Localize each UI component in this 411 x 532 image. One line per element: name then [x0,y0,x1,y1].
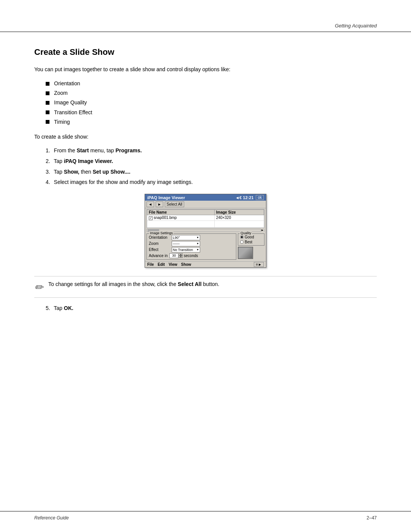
quality-panel: Quality Good Best [238,233,264,246]
ipaq-window: iPAQ Image Viewer ◄€ 12:21 ok ◄ ► Select… [145,194,266,268]
page-container: Getting Acquainted Create a Slide Show Y… [0,0,411,532]
ipaq-toolbar: ◄ ► Select All [145,201,266,208]
titlebar-right: ◄€ 12:21 ok [235,195,264,200]
zoom-dropdown-icon: ▼ [196,242,199,245]
step-5-list: 5. Tap OK. [46,304,377,313]
image-settings-left: Image Settings Orientation L90° ▼ Zoom [147,233,236,260]
table-row-empty [147,220,264,227]
advance-value: 30 [172,254,176,257]
orientation-value: L90° [173,236,180,240]
zoom-row: Zoom —— ▼ [149,241,234,246]
settings-label: Image Settings [149,231,174,235]
menu-view[interactable]: View [169,262,177,267]
row-filesize: 240×320 [214,215,264,221]
bullet-list: Orientation Zoom Image Quality Transitio… [46,79,377,127]
bullet-text: Timing [54,117,70,127]
section-title: Create a Slide Show [34,47,377,57]
bullet-icon [46,82,49,86]
footer-right: 2–47 [366,515,377,521]
list-item: Image Quality [46,98,377,107]
quality-best-radio[interactable] [240,240,244,244]
ipaq-ok-button[interactable]: ok [256,195,264,200]
zoom-select[interactable]: —— ▼ [172,241,200,246]
quality-best-label: Best [245,240,252,244]
orientation-row: Orientation L90° ▼ [149,235,234,240]
step-5: 5. Tap OK. [46,304,377,313]
advance-label: Advance in [149,254,167,258]
menu-edit[interactable]: Edit [158,262,165,267]
page-header: Getting Acquainted [0,0,411,32]
page-footer: Reference Guide 2–47 [0,511,411,532]
orientation-dropdown-icon: ▼ [196,236,199,239]
quality-label: Quality [240,231,252,235]
effect-value: No Transition [173,248,193,252]
ipaq-title: iPAQ Image Viewer [147,195,185,200]
note-icon: ✏ [34,281,43,294]
thumbnail-inner [239,248,252,258]
bullet-icon [46,91,49,95]
row-check-filename: ✓ snap001.bmp [147,215,215,221]
quality-good-radio[interactable] [240,235,244,239]
note-text-before: To change settings for all images in the… [48,281,178,287]
select-all-button[interactable]: Select All [165,201,184,207]
toolbar-forward-btn[interactable]: ► [156,201,163,207]
menu-show[interactable]: Show [181,262,191,267]
row-checkbox[interactable]: ✓ [149,216,153,220]
quality-good-row: Good [240,235,262,239]
file-table: File Name Image Size ✓ snap001.bmp 240×3… [147,209,264,228]
file-table-area: File Name Image Size ✓ snap001.bmp 240×3… [147,209,264,228]
scrollbar-right-arrow[interactable]: ► [260,229,264,232]
bullet-text: Transition Effect [54,108,92,117]
radio-filled-icon [241,236,243,238]
step-3: 3. Tap Show, then Set up Show.... [46,168,377,177]
advance-spinbox[interactable]: 30 [169,253,178,258]
steps-list: 1. From the Start menu, tap Programs. 2.… [46,146,377,187]
list-item: Zoom [46,88,377,98]
note-box: ✏ To change settings for all images in t… [34,276,377,298]
menu-right-button[interactable]: ≡► [254,262,264,267]
effect-select[interactable]: No Transition ▼ [172,247,200,252]
intro-text: You can put images together to create a … [34,66,377,73]
bullet-icon [46,101,49,105]
image-thumbnail [238,247,253,259]
ipaq-titlebar: iPAQ Image Viewer ◄€ 12:21 ok [145,194,266,201]
bullet-text: Image Quality [54,98,87,107]
step5-text: Tap [54,305,64,311]
effect-label: Effect [149,248,172,252]
note-text-after: button. [202,281,220,287]
col-filename: File Name [147,210,215,215]
titlebar-left: iPAQ Image Viewer [147,195,185,200]
note-bold: Select All [178,281,202,287]
image-settings-panel: Image Settings Orientation L90° ▼ Zoom [147,233,264,260]
step-2: 2. Tap iPAQ Image Viewer. [46,157,377,166]
screenshot-container: iPAQ Image Viewer ◄€ 12:21 ok ◄ ► Select… [34,194,377,268]
spin-buttons: ▲ ▼ [179,253,183,258]
row-filename: snap001.bmp [154,216,177,220]
bullet-icon [46,110,49,114]
note-text: To change settings for all images in the… [48,280,219,288]
bullet-text: Zoom [54,88,68,98]
orientation-select[interactable]: L90° ▼ [172,235,200,240]
effect-dropdown-icon: ▼ [196,248,199,251]
menu-file[interactable]: File [147,262,154,267]
advance-suffix: seconds [184,254,198,258]
quality-good-label: Good [245,235,254,239]
list-item: Transition Effect [46,108,377,117]
ipaq-time: ◄€ 12:21 [235,195,253,200]
orientation-label: Orientation [149,235,172,240]
toolbar-back-btn[interactable]: ◄ [147,201,154,207]
col-imagesize: Image Size [214,210,264,215]
step-1: 1. From the Start menu, tap Programs. [46,146,377,155]
quality-thumbnail-col: Quality Good Best [238,233,264,260]
steps-intro: To create a slide show: [34,133,377,141]
effect-row: Effect No Transition ▼ [149,247,234,252]
zoom-label: Zoom [149,241,172,246]
step-4: 4. Select images for the show and modify… [46,178,377,187]
zoom-value: —— [173,242,180,246]
bullet-text: Orientation [54,79,80,88]
bullet-icon [46,120,49,124]
footer-left: Reference Guide [34,515,69,521]
advance-row: Advance in 30 ▲ ▼ seconds [149,253,234,258]
main-content: Create a Slide Show You can put images t… [0,32,411,511]
spin-down-button[interactable]: ▼ [179,256,183,258]
